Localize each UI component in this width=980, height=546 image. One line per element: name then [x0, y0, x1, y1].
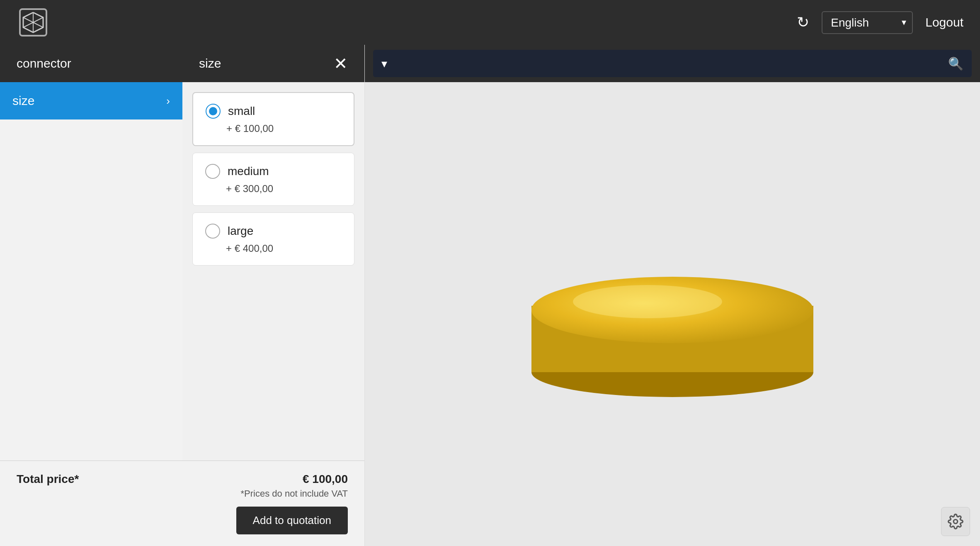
add-to-quotation-button[interactable]: Add to quotation — [236, 507, 348, 534]
3d-disc-model — [523, 256, 822, 397]
app-logo — [17, 6, 50, 39]
category-item-size[interactable]: size › — [0, 82, 182, 119]
option-label-medium: medium — [205, 164, 342, 179]
options-panel: size ✕ small + € 100,00 — [182, 45, 364, 461]
panel-header: connector — [0, 45, 182, 82]
add-to-quotation-row: Add to quotation — [17, 507, 348, 534]
option-cards-list: small + € 100,00 medium + € 300,00 — [182, 82, 364, 275]
category-item-label: size — [12, 94, 34, 108]
svg-point-7 — [573, 285, 722, 318]
viewer-canvas — [365, 82, 980, 546]
viewer-toolbar: ▾ 🔍 — [365, 45, 980, 82]
refresh-button[interactable]: ↻ — [797, 14, 809, 31]
svg-point-8 — [953, 519, 958, 524]
settings-icon — [948, 514, 963, 529]
configurator-area: connector size › size ✕ — [0, 45, 364, 461]
radio-medium — [205, 164, 220, 179]
total-price-label: Total price* — [17, 473, 79, 486]
option-label-small: small — [206, 104, 341, 119]
radio-small — [206, 104, 221, 119]
option-name-large: large — [228, 224, 253, 238]
option-card-small[interactable]: small + € 100,00 — [192, 92, 354, 146]
category-sidebar: connector size › — [0, 45, 182, 461]
option-name-medium: medium — [228, 165, 269, 178]
radio-large — [205, 224, 220, 239]
options-title: size — [199, 56, 221, 71]
viewer-dropdown-button[interactable]: ▾ — [381, 57, 387, 71]
search-icon[interactable]: 🔍 — [948, 56, 963, 71]
language-selector-wrapper: English Dutch French German ▾ — [822, 11, 913, 34]
panel-title: connector — [17, 56, 71, 71]
navbar: ↻ English Dutch French German ▾ Logout — [0, 0, 980, 45]
vat-note: *Prices do not include VAT — [17, 488, 348, 499]
logout-button[interactable]: Logout — [925, 15, 963, 29]
option-price-large: + € 400,00 — [205, 243, 342, 254]
option-card-medium[interactable]: medium + € 300,00 — [192, 153, 354, 206]
option-name-small: small — [228, 105, 255, 118]
option-label-large: large — [205, 224, 342, 239]
configurator-footer: Total price* € 100,00 *Prices do not inc… — [0, 461, 364, 546]
option-price-medium: + € 300,00 — [205, 183, 342, 195]
options-header: size ✕ — [182, 45, 364, 82]
viewer-search-bar: ▾ 🔍 — [373, 50, 972, 77]
price-row: Total price* € 100,00 — [17, 473, 348, 486]
right-panel: ▾ 🔍 — [365, 45, 980, 546]
logo-container — [17, 6, 50, 39]
total-price-value: € 100,00 — [303, 473, 348, 486]
chevron-right-icon: › — [166, 95, 170, 107]
radio-inner-small — [209, 107, 217, 115]
option-price-small: + € 100,00 — [206, 123, 341, 134]
close-options-button[interactable]: ✕ — [334, 55, 348, 72]
language-select[interactable]: English Dutch French German — [822, 11, 913, 34]
viewer-settings-button[interactable] — [941, 507, 970, 536]
disc-svg — [523, 256, 822, 397]
navbar-right: ↻ English Dutch French German ▾ Logout — [797, 11, 963, 34]
option-card-large[interactable]: large + € 400,00 — [192, 212, 354, 266]
main-layout: connector size › size ✕ — [0, 45, 980, 546]
left-panel: connector size › size ✕ — [0, 45, 365, 546]
